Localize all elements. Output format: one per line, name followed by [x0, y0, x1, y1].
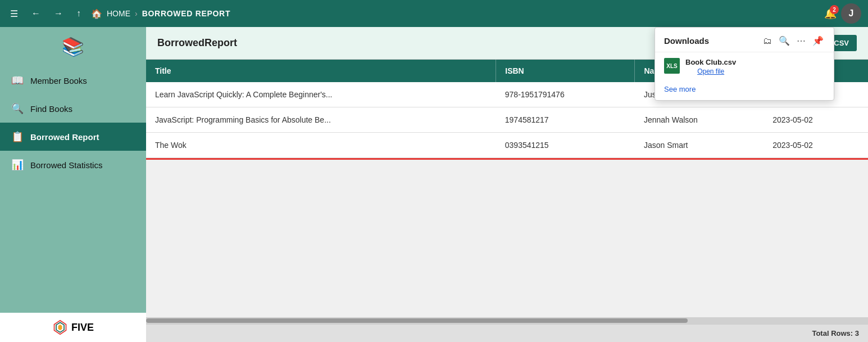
up-button[interactable]: ↑ [73, 7, 84, 20]
topbar: ☰ ← → ↑ 🏠 HOME › BORROWED REPORT 🔔 2 J [0, 0, 868, 27]
cell-date: 2023-05-02 [764, 133, 868, 158]
five-logo: FIVE [52, 320, 94, 335]
cell-name: Jennah Walson [635, 107, 764, 133]
menu-button[interactable]: ☰ [7, 7, 21, 20]
cell-isbn: 978-1951791476 [496, 82, 635, 107]
see-more-button[interactable]: See more [664, 85, 696, 93]
cell-name: Jason Smart [635, 133, 764, 158]
downloads-item: XLS Book Club.csv Open file [655, 52, 834, 81]
books-icon: 📚 [62, 36, 84, 57]
table-row: JavaScript: Programming Basics for Absol… [146, 107, 868, 133]
sidebar-logo-area: 📚 [0, 27, 146, 66]
sidebar-item-label: Member Books [30, 76, 87, 86]
cell-title: JavaScript: Programming Basics for Absol… [146, 107, 496, 133]
downloads-popup: Downloads 🗂 🔍 ⋯ 📌 XLS Book Club.csv Open… [655, 27, 834, 101]
table-footer: Total Rows: 3 [146, 324, 868, 342]
svg-marker-2 [58, 325, 62, 331]
topbar-right: 🔔 2 J [824, 3, 861, 24]
downloads-actions: 🗂 🔍 ⋯ 📌 [762, 34, 825, 47]
downloads-header: Downloads 🗂 🔍 ⋯ 📌 [655, 34, 834, 52]
downloads-title: Downloads [664, 36, 709, 46]
forward-button[interactable]: → [51, 7, 66, 20]
sidebar-logo: 📚 [62, 36, 84, 57]
sidebar-menu: 📖 Member Books 🔍 Find Books 📋 Borrowed R… [0, 66, 146, 313]
search-button[interactable]: 🔍 [778, 34, 791, 47]
downloads-filename: Book Club.csv [685, 58, 736, 66]
scrollbar-thumb[interactable] [146, 318, 688, 323]
pin-button[interactable]: 📌 [811, 34, 825, 47]
table-row: The Wok0393541215Jason Smart2023-05-02 [146, 133, 868, 158]
csv-icon: XLS [664, 58, 680, 74]
sidebar: 📚 📖 Member Books 🔍 Find Books 📋 Borrowed… [0, 27, 146, 342]
notification-badge: 2 [830, 5, 839, 14]
avatar[interactable]: J [841, 3, 861, 24]
breadcrumb-separator: › [135, 9, 138, 18]
cell-title: The Wok [146, 133, 496, 158]
folder-button[interactable]: 🗂 [762, 35, 773, 47]
cell-date: 2023-05-02 [764, 107, 868, 133]
member-books-icon: 📖 [11, 74, 24, 87]
sidebar-item-label: Find Books [30, 104, 72, 114]
scrollbar-area[interactable] [146, 317, 868, 324]
total-rows-label: Total Rows: 3 [812, 329, 859, 338]
breadcrumb-current: BORROWED REPORT [142, 9, 231, 18]
sidebar-item-find-books[interactable]: 🔍 Find Books [0, 94, 146, 123]
cell-isbn: 1974581217 [496, 107, 635, 133]
breadcrumb: 🏠 HOME › BORROWED REPORT [91, 8, 817, 19]
sidebar-item-label: Borrowed Report [30, 132, 99, 142]
col-title: Title [146, 60, 496, 82]
notification-button[interactable]: 🔔 2 [824, 7, 837, 20]
home-icon: 🏠 [91, 8, 102, 19]
col-isbn: ISBN [496, 60, 635, 82]
cell-isbn: 0393541215 [496, 133, 635, 158]
back-button[interactable]: ← [28, 7, 44, 20]
sidebar-item-borrowed-statistics[interactable]: 📊 Borrowed Statistics [0, 151, 146, 179]
five-label: FIVE [71, 322, 94, 334]
downloads-item-info: Book Club.csv Open file [685, 58, 736, 75]
downloads-see-more: See more [655, 81, 834, 93]
open-file-button[interactable]: Open file [685, 68, 736, 75]
sidebar-item-label: Borrowed Statistics [30, 160, 102, 170]
csv-label: XLS [666, 63, 677, 69]
more-button[interactable]: ⋯ [796, 34, 807, 47]
five-logo-icon [52, 320, 68, 335]
sidebar-item-borrowed-report[interactable]: 📋 Borrowed Report [0, 123, 146, 151]
borrowed-report-icon: 📋 [11, 130, 24, 143]
sidebar-item-member-books[interactable]: 📖 Member Books [0, 66, 146, 94]
sidebar-footer: FIVE [0, 313, 146, 342]
find-books-icon: 🔍 [11, 102, 24, 115]
borrowed-statistics-icon: 📊 [11, 159, 24, 171]
home-label[interactable]: HOME [107, 9, 130, 18]
page-title: BorrowedReport [157, 37, 237, 49]
cell-title: Learn JavaScript Quickly: A Complete Beg… [146, 82, 496, 107]
red-divider [146, 158, 868, 160]
